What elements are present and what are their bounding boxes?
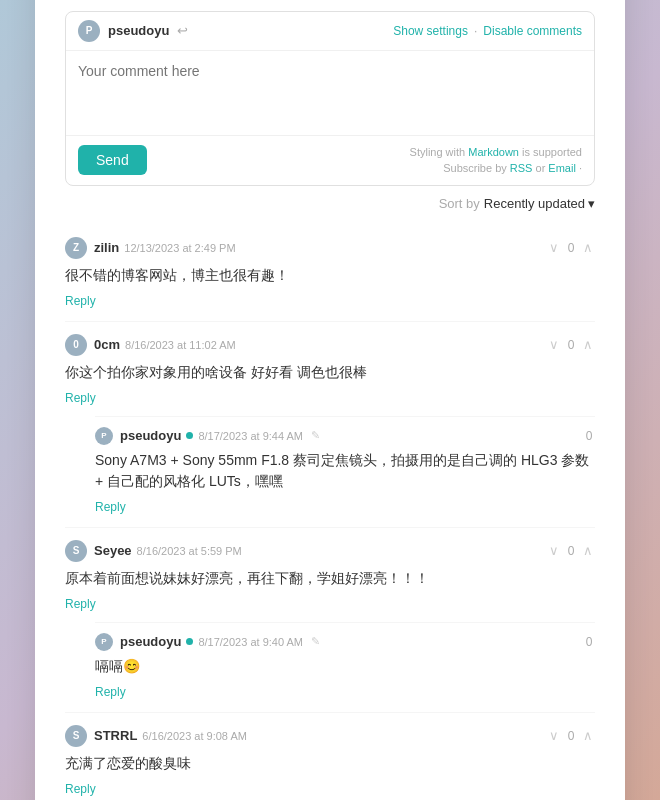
current-user-avatar: P [78, 20, 100, 42]
markdown-note-text-1: Styling with [410, 146, 466, 158]
email-link[interactable]: Email [548, 162, 576, 174]
upvote-button[interactable]: ∧ [581, 543, 595, 558]
comment-meta: 0cm 8/16/2023 at 11:02 AM [94, 337, 540, 352]
comment-time: 8/17/2023 at 9:40 AM [198, 636, 303, 648]
table-row: 0 0cm 8/16/2023 at 11:02 AM ∨ 0 ∧ 你这个拍你家… [65, 322, 595, 528]
comment-time: 8/16/2023 at 11:02 AM [125, 339, 236, 351]
comment-time: 8/17/2023 at 9:44 AM [198, 430, 303, 442]
nested-reply: P pseudoyu 8/17/2023 at 9:40 AM ✎ 0 嗝嗝😊 … [95, 622, 595, 700]
comment-meta: STRRL 6/16/2023 at 9:08 AM [94, 728, 540, 743]
upvote-button[interactable]: ∧ [581, 728, 595, 743]
upvote-button[interactable]: ∧ [581, 240, 595, 255]
reply-button[interactable]: Reply [65, 391, 96, 405]
commenter-name: pseudoyu [120, 428, 181, 443]
chevron-down-icon: ▾ [588, 196, 595, 211]
verified-badge [186, 432, 193, 439]
show-settings-link[interactable]: Show settings [393, 24, 468, 38]
or-label: or [536, 162, 546, 174]
input-footer: Send Styling with Markdown is supported … [66, 135, 594, 185]
input-header: P pseudoyu ↩ Show settings · Disable com… [66, 12, 594, 51]
comment-meta: pseudoyu 8/17/2023 at 9:44 AM ✎ [120, 428, 576, 443]
avatar: P [95, 427, 113, 445]
avatar: S [65, 725, 87, 747]
vote-controls: ∨ 0 ∧ [547, 728, 595, 743]
avatar: Z [65, 237, 87, 259]
upvote-button[interactable]: ∧ [581, 337, 595, 352]
comment-body: 嗝嗝😊 [95, 656, 595, 677]
edit-icon[interactable]: ✎ [311, 429, 320, 442]
comment-header: S STRRL 6/16/2023 at 9:08 AM ∨ 0 ∧ [65, 725, 595, 747]
comment-meta: zilin 12/13/2023 at 2:49 PM [94, 240, 540, 255]
downvote-button[interactable]: ∨ [547, 337, 561, 352]
comment-body: 很不错的博客网站，博主也很有趣！ [65, 265, 595, 286]
vote-count: 0 [583, 635, 595, 649]
sort-row: Sort by Recently updated ▾ [65, 196, 595, 211]
send-button[interactable]: Send [78, 145, 147, 175]
rss-link[interactable]: RSS [510, 162, 533, 174]
avatar: P [95, 633, 113, 651]
vote-controls: ∨ 0 ∧ [547, 543, 595, 558]
separator: · [474, 24, 477, 38]
comment-meta: pseudoyu 8/17/2023 at 9:40 AM ✎ [120, 634, 576, 649]
reply-button[interactable]: Reply [95, 500, 126, 514]
vote-controls: ∨ 0 ∧ [547, 337, 595, 352]
comment-body: 充满了恋爱的酸臭味 [65, 753, 595, 774]
vote-count: 0 [565, 729, 577, 743]
comment-body: Sony A7M3 + Sony 55mm F1.8 蔡司定焦镜头，拍摄用的是自… [95, 450, 595, 492]
comment-time: 12/13/2023 at 2:49 PM [124, 242, 235, 254]
markdown-link[interactable]: Markdown [468, 146, 519, 158]
commenter-name: STRRL [94, 728, 137, 743]
vote-controls: 0 [583, 635, 595, 649]
comment-header: Z zilin 12/13/2023 at 2:49 PM ∨ 0 ∧ [65, 237, 595, 259]
sort-select[interactable]: Recently updated ▾ [484, 196, 595, 211]
reply-button[interactable]: Reply [65, 782, 96, 796]
avatar: 0 [65, 334, 87, 356]
vote-count: 0 [565, 338, 577, 352]
verified-badge [186, 638, 193, 645]
comment-header: 0 0cm 8/16/2023 at 11:02 AM ∨ 0 ∧ [65, 334, 595, 356]
markdown-note-text-2: is supported [522, 146, 582, 158]
commenter-name: Seyee [94, 543, 132, 558]
table-row: S STRRL 6/16/2023 at 9:08 AM ∨ 0 ∧ 充满了恋爱… [65, 713, 595, 800]
vote-controls: ∨ 0 ∧ [547, 240, 595, 255]
sort-current-value: Recently updated [484, 196, 585, 211]
commenter-name: pseudoyu [120, 634, 181, 649]
comment-header: P pseudoyu 8/17/2023 at 9:44 AM ✎ 0 [95, 427, 595, 445]
vote-controls: 0 [583, 429, 595, 443]
header-actions: Show settings · Disable comments [393, 24, 582, 38]
current-user-name: pseudoyu [108, 23, 169, 38]
logout-icon[interactable]: ↩ [177, 23, 188, 38]
comment-header: S Seyee 8/16/2023 at 5:59 PM ∨ 0 ∧ [65, 540, 595, 562]
commenter-name: 0cm [94, 337, 120, 352]
nested-reply: P pseudoyu 8/17/2023 at 9:44 AM ✎ 0 Sony… [95, 416, 595, 515]
avatar: S [65, 540, 87, 562]
downvote-button[interactable]: ∨ [547, 543, 561, 558]
vote-count: 0 [565, 241, 577, 255]
comment-meta: Seyee 8/16/2023 at 5:59 PM [94, 543, 540, 558]
comments-list: Z zilin 12/13/2023 at 2:49 PM ∨ 0 ∧ 很不错的… [65, 225, 595, 800]
table-row: S Seyee 8/16/2023 at 5:59 PM ∨ 0 ∧ 原本着前面… [65, 528, 595, 713]
comment-textarea[interactable] [66, 51, 594, 131]
vote-count: 0 [583, 429, 595, 443]
comment-time: 8/16/2023 at 5:59 PM [137, 545, 242, 557]
disable-comments-link[interactable]: Disable comments [483, 24, 582, 38]
reply-button[interactable]: Reply [65, 294, 96, 308]
table-row: Z zilin 12/13/2023 at 2:49 PM ∨ 0 ∧ 很不错的… [65, 225, 595, 322]
downvote-button[interactable]: ∨ [547, 240, 561, 255]
markdown-note: Styling with Markdown is supported Subsc… [410, 144, 582, 177]
edit-icon[interactable]: ✎ [311, 635, 320, 648]
comment-input-area: P pseudoyu ↩ Show settings · Disable com… [65, 11, 595, 186]
comments-card: Comments 7 P pseudoyu ↩ Show settings · … [35, 0, 625, 800]
sort-by-label: Sort by [439, 196, 480, 211]
comment-body: 你这个拍你家对象用的啥设备 好好看 调色也很棒 [65, 362, 595, 383]
comment-header: P pseudoyu 8/17/2023 at 9:40 AM ✎ 0 [95, 633, 595, 651]
vote-count: 0 [565, 544, 577, 558]
downvote-button[interactable]: ∨ [547, 728, 561, 743]
commenter-name: zilin [94, 240, 119, 255]
subscribe-label: Subscribe by [443, 162, 507, 174]
reply-button[interactable]: Reply [95, 685, 126, 699]
comment-body: 原本着前面想说妹妹好漂亮，再往下翻，学姐好漂亮！！！ [65, 568, 595, 589]
comment-time: 6/16/2023 at 9:08 AM [142, 730, 247, 742]
reply-button[interactable]: Reply [65, 597, 96, 611]
